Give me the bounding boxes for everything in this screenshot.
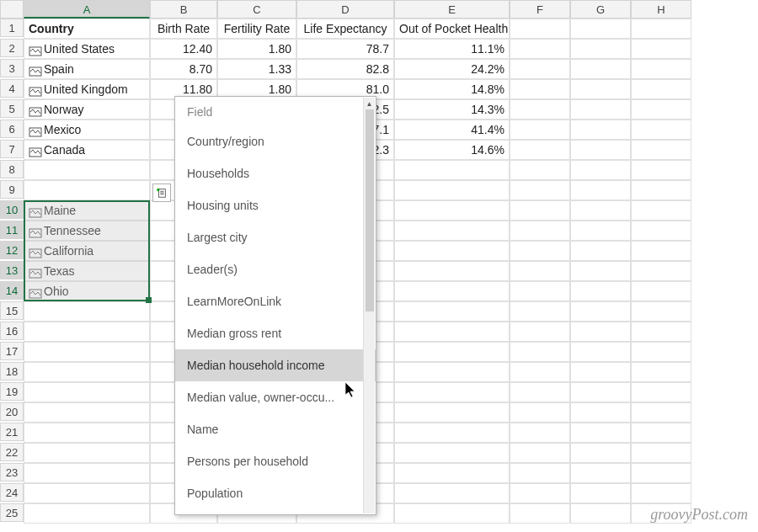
cell-H3[interactable] bbox=[631, 59, 691, 79]
field-item[interactable]: Country/region bbox=[175, 125, 376, 157]
col-header-G[interactable]: G bbox=[570, 0, 631, 19]
row-header-1[interactable]: 1 bbox=[0, 19, 24, 37]
field-item[interactable]: Households bbox=[175, 157, 376, 189]
field-picker-dropdown[interactable]: Field Country/region Households Housing … bbox=[174, 96, 376, 515]
cell-E7[interactable]: 14.6% bbox=[394, 140, 510, 160]
cell-A3[interactable]: Spain bbox=[24, 59, 150, 79]
row-header-8[interactable]: 8 bbox=[0, 160, 24, 178]
row-header-23[interactable]: 23 bbox=[0, 463, 24, 481]
cell-H2[interactable] bbox=[631, 39, 691, 59]
row-header-14[interactable]: 14 bbox=[0, 281, 24, 300]
cell-F5[interactable] bbox=[510, 99, 570, 120]
cell-A9[interactable] bbox=[24, 180, 150, 200]
col-header-H[interactable]: H bbox=[631, 0, 691, 19]
field-item[interactable]: Largest city bbox=[175, 221, 376, 253]
cell-C3[interactable]: 1.33 bbox=[217, 59, 296, 79]
cell-A8[interactable] bbox=[24, 160, 150, 180]
scrollbar-thumb[interactable] bbox=[366, 109, 374, 311]
cell-C1[interactable]: Fertility Rate bbox=[217, 19, 296, 39]
row-header-10[interactable]: 10 bbox=[0, 200, 24, 219]
row-header-7[interactable]: 7 bbox=[0, 140, 24, 158]
row-header-13[interactable]: 13 bbox=[0, 261, 24, 279]
cell-H6[interactable] bbox=[631, 120, 691, 140]
row-header-3[interactable]: 3 bbox=[0, 59, 24, 77]
row-header-24[interactable]: 24 bbox=[0, 483, 24, 502]
scrollbar-up-arrow-icon[interactable]: ▲ bbox=[364, 98, 375, 109]
col-header-E[interactable]: E bbox=[394, 0, 510, 19]
cell-H7[interactable] bbox=[631, 140, 691, 160]
row-header-18[interactable]: 18 bbox=[0, 362, 24, 380]
select-all-corner[interactable] bbox=[0, 0, 24, 19]
cell-B2[interactable]: 12.40 bbox=[150, 39, 217, 59]
field-item[interactable]: LearnMoreOnLink bbox=[175, 285, 376, 317]
cell-F4[interactable] bbox=[510, 79, 570, 99]
field-item[interactable]: Housing units bbox=[175, 189, 376, 221]
cell-B1[interactable]: Birth Rate bbox=[150, 19, 217, 39]
cell-D2[interactable]: 78.7 bbox=[296, 39, 394, 59]
cell-A12[interactable]: California bbox=[24, 241, 150, 261]
field-item[interactable]: Median gross rent bbox=[175, 317, 376, 349]
cell-G6[interactable] bbox=[570, 120, 631, 140]
field-item[interactable]: Population bbox=[175, 477, 376, 509]
cell-A10[interactable]: Maine bbox=[24, 200, 150, 221]
dropdown-scrollbar[interactable]: ▲ bbox=[363, 98, 375, 513]
col-header-F[interactable]: F bbox=[510, 0, 570, 19]
cell-F6[interactable] bbox=[510, 120, 570, 140]
cell-H5[interactable] bbox=[631, 99, 691, 120]
col-header-C[interactable]: C bbox=[217, 0, 296, 19]
cell-F2[interactable] bbox=[510, 39, 570, 59]
col-header-D[interactable]: D bbox=[296, 0, 394, 19]
col-header-B[interactable]: B bbox=[150, 0, 217, 19]
row-header-22[interactable]: 22 bbox=[0, 443, 24, 461]
cell-A1[interactable]: Country bbox=[24, 19, 150, 39]
cell-C2[interactable]: 1.80 bbox=[217, 39, 296, 59]
field-item[interactable]: Leader(s) bbox=[175, 253, 376, 285]
row-header-6[interactable]: 6 bbox=[0, 120, 24, 138]
cell-B3[interactable]: 8.70 bbox=[150, 59, 217, 79]
cell-A6[interactable]: Mexico bbox=[24, 120, 150, 140]
cell-A2[interactable]: United States bbox=[24, 39, 150, 59]
cell-F3[interactable] bbox=[510, 59, 570, 79]
cell-A11[interactable]: Tennessee bbox=[24, 221, 150, 241]
insert-data-button[interactable] bbox=[152, 184, 171, 202]
cell-A4[interactable]: United Kingdom bbox=[24, 79, 150, 99]
cell-A5[interactable]: Norway bbox=[24, 99, 150, 120]
cell-D3[interactable]: 82.8 bbox=[296, 59, 394, 79]
row-header-16[interactable]: 16 bbox=[0, 322, 24, 340]
cell-E4[interactable]: 14.8% bbox=[394, 79, 510, 99]
row-header-15[interactable]: 15 bbox=[0, 301, 24, 320]
cell-F1[interactable] bbox=[510, 19, 570, 39]
row-header-12[interactable]: 12 bbox=[0, 241, 24, 259]
cell-E6[interactable]: 41.4% bbox=[394, 120, 510, 140]
spreadsheet-grid[interactable]: A B C D E F G H 1 Country Birth Rate Fer… bbox=[0, 0, 758, 524]
cell-A7[interactable]: Canada bbox=[24, 140, 150, 160]
row-header-17[interactable]: 17 bbox=[0, 342, 24, 360]
field-item[interactable]: Persons per household bbox=[175, 445, 376, 477]
row-header-19[interactable]: 19 bbox=[0, 382, 24, 401]
cell-E5[interactable]: 14.3% bbox=[394, 99, 510, 120]
row-header-4[interactable]: 4 bbox=[0, 79, 24, 98]
row-header-20[interactable]: 20 bbox=[0, 402, 24, 421]
row-header-5[interactable]: 5 bbox=[0, 99, 24, 118]
cell-G3[interactable] bbox=[570, 59, 631, 79]
field-item[interactable]: Median value, owner-occu... bbox=[175, 381, 376, 413]
cell-G2[interactable] bbox=[570, 39, 631, 59]
row-header-21[interactable]: 21 bbox=[0, 423, 24, 441]
field-item[interactable]: Median household income bbox=[175, 349, 376, 381]
col-header-A[interactable]: A bbox=[24, 0, 150, 19]
cell-H4[interactable] bbox=[631, 79, 691, 99]
row-header-11[interactable]: 11 bbox=[0, 221, 24, 239]
row-header-9[interactable]: 9 bbox=[0, 180, 24, 199]
cell-A13[interactable]: Texas bbox=[24, 261, 150, 281]
cell-H1[interactable] bbox=[631, 19, 691, 39]
cell-A14[interactable]: Ohio bbox=[24, 281, 150, 301]
cell-G4[interactable] bbox=[570, 79, 631, 99]
cell-G5[interactable] bbox=[570, 99, 631, 120]
cell-D1[interactable]: Life Expectancy bbox=[296, 19, 394, 39]
field-item[interactable]: Name bbox=[175, 413, 376, 445]
cell-E3[interactable]: 24.2% bbox=[394, 59, 510, 79]
cell-E2[interactable]: 11.1% bbox=[394, 39, 510, 59]
row-header-2[interactable]: 2 bbox=[0, 39, 24, 57]
row-header-25[interactable]: 25 bbox=[0, 503, 24, 522]
cell-F7[interactable] bbox=[510, 140, 570, 160]
